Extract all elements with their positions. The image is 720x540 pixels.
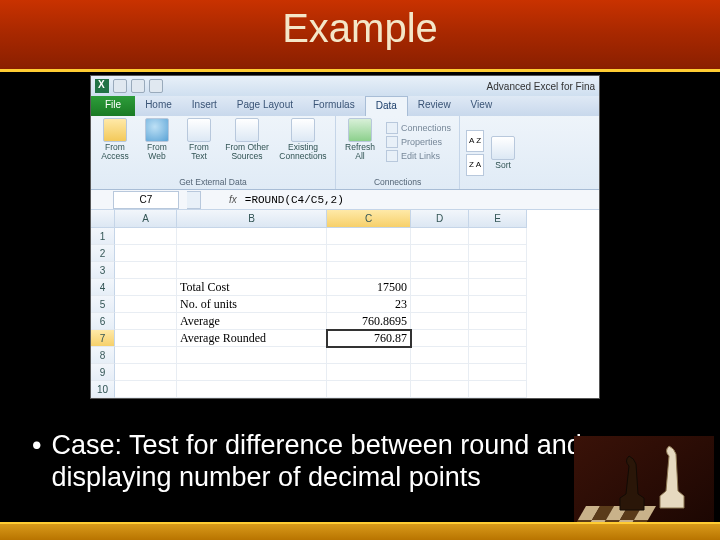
connections-side: Connections Properties Edit Links <box>382 118 455 166</box>
name-box-dropdown[interactable] <box>187 191 201 209</box>
redo-icon[interactable] <box>149 79 163 93</box>
excel-titlebar: Advanced Excel for Fina <box>91 76 599 96</box>
cell[interactable] <box>411 262 469 279</box>
cell[interactable] <box>411 313 469 330</box>
cell[interactable] <box>411 364 469 381</box>
cell[interactable] <box>115 313 177 330</box>
row-header[interactable]: 10 <box>91 381 115 398</box>
worksheet-grid[interactable]: A B C D E 1 2 3 4Total Cost17500 5No. of… <box>91 210 599 398</box>
tab-page-layout[interactable]: Page Layout <box>227 96 303 116</box>
refresh-all-button[interactable]: Refresh All <box>340 118 380 160</box>
cell-b4[interactable]: Total Cost <box>177 279 327 296</box>
cell[interactable] <box>469 313 527 330</box>
formula-bar: C7 fx =ROUND(C4/C5,2) <box>91 190 599 210</box>
sort-az-button[interactable]: A Z <box>466 130 484 152</box>
cell[interactable] <box>411 347 469 364</box>
existing-connections-button[interactable]: Existing Connections <box>275 118 331 160</box>
tab-data[interactable]: Data <box>365 96 408 116</box>
row-header[interactable]: 3 <box>91 262 115 279</box>
cell[interactable] <box>327 364 411 381</box>
row-header[interactable]: 4 <box>91 279 115 296</box>
cell[interactable] <box>177 262 327 279</box>
chess-decoration-icon <box>574 436 714 536</box>
cell-c6[interactable]: 760.8695 <box>327 313 411 330</box>
cell-c4[interactable]: 17500 <box>327 279 411 296</box>
tab-insert[interactable]: Insert <box>182 96 227 116</box>
col-header-d[interactable]: D <box>411 210 469 228</box>
row-header[interactable]: 6 <box>91 313 115 330</box>
col-header-c[interactable]: C <box>327 210 411 228</box>
col-header-a[interactable]: A <box>115 210 177 228</box>
tab-formulas[interactable]: Formulas <box>303 96 365 116</box>
quick-access-toolbar <box>95 79 163 93</box>
name-box[interactable]: C7 <box>113 191 179 209</box>
fx-icon[interactable]: fx <box>229 194 237 205</box>
undo-icon[interactable] <box>131 79 145 93</box>
cell[interactable] <box>177 364 327 381</box>
cell[interactable] <box>115 347 177 364</box>
cell[interactable] <box>115 381 177 398</box>
cell[interactable] <box>177 381 327 398</box>
cell[interactable] <box>469 296 527 313</box>
cell[interactable] <box>327 381 411 398</box>
cell[interactable] <box>469 347 527 364</box>
row-header[interactable]: 5 <box>91 296 115 313</box>
formula-input[interactable]: =ROUND(C4/C5,2) <box>245 194 344 206</box>
cell[interactable] <box>115 262 177 279</box>
from-text-button[interactable]: From Text <box>179 118 219 160</box>
tab-view[interactable]: View <box>461 96 503 116</box>
tab-review[interactable]: Review <box>408 96 461 116</box>
sort-button[interactable]: Sort <box>488 136 518 170</box>
cell-b7[interactable]: Average Rounded <box>177 330 327 347</box>
cell[interactable] <box>469 279 527 296</box>
tab-file[interactable]: File <box>91 96 135 116</box>
group-connections: Refresh All Connections Properties Edit … <box>336 116 460 189</box>
cell[interactable] <box>327 228 411 245</box>
row-header[interactable]: 1 <box>91 228 115 245</box>
tab-home[interactable]: Home <box>135 96 182 116</box>
edit-links-button[interactable]: Edit Links <box>386 150 451 162</box>
select-all-corner[interactable] <box>91 210 115 228</box>
cell[interactable] <box>469 330 527 347</box>
connections-button[interactable]: Connections <box>386 122 451 134</box>
cell[interactable] <box>115 228 177 245</box>
cell-b5[interactable]: No. of units <box>177 296 327 313</box>
cell[interactable] <box>115 245 177 262</box>
cell-c7-selected[interactable]: 760.87 <box>327 330 411 347</box>
col-header-e[interactable]: E <box>469 210 527 228</box>
col-header-b[interactable]: B <box>177 210 327 228</box>
cell[interactable] <box>177 228 327 245</box>
cell[interactable] <box>411 296 469 313</box>
sort-za-button[interactable]: Z A <box>466 154 484 176</box>
cell[interactable] <box>115 364 177 381</box>
row-header[interactable]: 7 <box>91 330 115 347</box>
cell[interactable] <box>327 347 411 364</box>
properties-button[interactable]: Properties <box>386 136 451 148</box>
cell-c5[interactable]: 23 <box>327 296 411 313</box>
cell[interactable] <box>411 279 469 296</box>
save-icon[interactable] <box>113 79 127 93</box>
from-web-button[interactable]: From Web <box>137 118 177 160</box>
cell[interactable] <box>411 381 469 398</box>
from-other-sources-button[interactable]: From Other Sources <box>221 118 273 160</box>
cell[interactable] <box>469 228 527 245</box>
cell[interactable] <box>469 262 527 279</box>
cell[interactable] <box>327 245 411 262</box>
cell[interactable] <box>327 262 411 279</box>
cell[interactable] <box>177 245 327 262</box>
cell[interactable] <box>411 245 469 262</box>
cell[interactable] <box>115 296 177 313</box>
cell[interactable] <box>115 330 177 347</box>
row-header[interactable]: 8 <box>91 347 115 364</box>
cell-b6[interactable]: Average <box>177 313 327 330</box>
cell[interactable] <box>469 381 527 398</box>
from-access-button[interactable]: From Access <box>95 118 135 160</box>
cell[interactable] <box>411 330 469 347</box>
cell[interactable] <box>177 347 327 364</box>
row-header[interactable]: 2 <box>91 245 115 262</box>
cell[interactable] <box>115 279 177 296</box>
cell[interactable] <box>469 364 527 381</box>
cell[interactable] <box>469 245 527 262</box>
cell[interactable] <box>411 228 469 245</box>
row-header[interactable]: 9 <box>91 364 115 381</box>
